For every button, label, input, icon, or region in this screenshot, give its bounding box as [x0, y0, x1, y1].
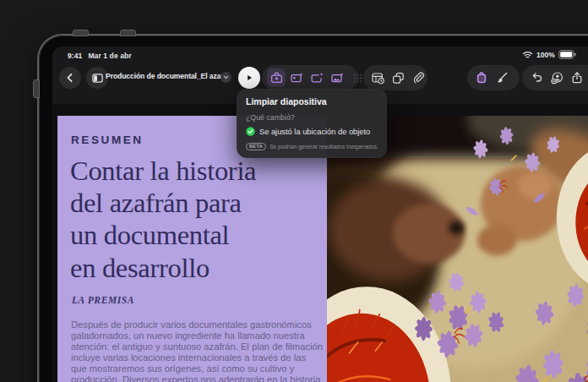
undo-button[interactable] [527, 68, 546, 87]
beta-note: Se podrían generar resultados inesperado… [270, 144, 378, 150]
top-button [33, 79, 40, 98]
slide-title[interactable]: Contar la historia del azafrán para un d… [70, 155, 256, 284]
popover-title: Limpiar diapositiva [246, 96, 378, 106]
attach-button[interactable] [409, 68, 427, 87]
slide-eyebrow[interactable]: RESUMEN [71, 134, 144, 146]
popover-change: Se ajustó la ubicación de objeto [259, 128, 370, 136]
ipad-screen: 9:41Mar 1 de abr 100% [52, 46, 588, 382]
slide-kicker[interactable]: LA PREMISA [72, 295, 134, 305]
play-button[interactable] [238, 67, 260, 89]
ipad-device: 9:41Mar 1 de abr 100% [37, 34, 588, 382]
popover-question: ¿Qué cambió? [246, 113, 378, 122]
paintbrush-button[interactable] [493, 68, 511, 87]
slide-body-text[interactable]: Después de producir varios documentales … [71, 319, 324, 382]
ai-tools-group [262, 65, 358, 90]
collaborate-button[interactable] [547, 68, 566, 87]
insert-group [363, 65, 427, 90]
slide-navigator-icon [91, 72, 104, 85]
chevron-left-icon [64, 72, 76, 84]
image-sparkle-button[interactable] [328, 68, 346, 87]
document-title[interactable]: Producción de documental_El aza... [106, 72, 222, 80]
beta-badge: BETA [246, 143, 266, 150]
new-slide-sparkle-button[interactable] [308, 68, 326, 87]
title-disclosure-button[interactable] [220, 72, 231, 83]
green-check-icon [246, 127, 255, 136]
draw-tools-group [467, 65, 520, 90]
volume-down-button [120, 30, 136, 36]
chevron-down-icon [222, 74, 230, 81]
share-button[interactable] [568, 68, 586, 87]
clean-slide-button[interactable] [287, 68, 306, 87]
tool-case-button[interactable] [472, 68, 491, 87]
magic-toolbox-button[interactable] [267, 68, 286, 87]
shapes-button[interactable] [389, 68, 407, 87]
volume-up-button [73, 30, 89, 36]
play-icon [244, 73, 254, 83]
actions-group: … [522, 65, 588, 90]
back-button[interactable] [59, 67, 81, 89]
chart-table-button[interactable] [368, 68, 387, 87]
clean-slide-popover: Limpiar diapositiva ¿Qué cambió? Se ajus… [237, 89, 387, 158]
